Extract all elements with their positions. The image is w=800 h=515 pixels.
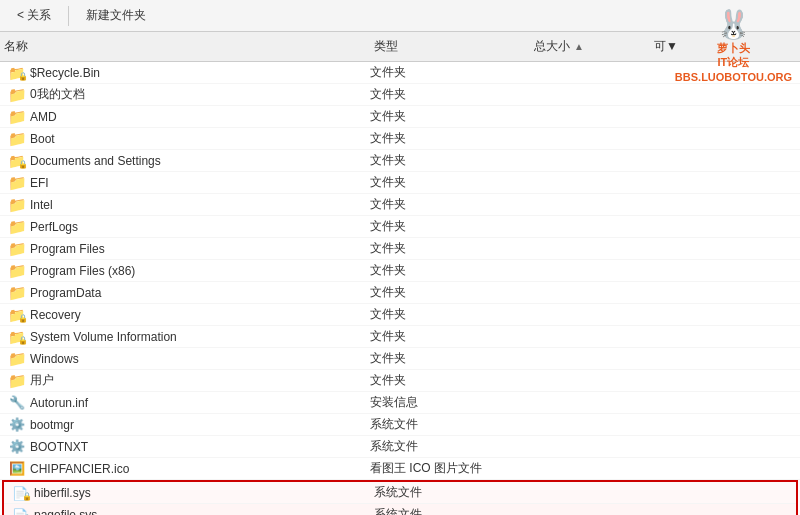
table-row[interactable]: 📁 PerfLogs 文件夹 <box>0 216 800 238</box>
table-row[interactable]: 📁🔒 Documents and Settings 文件夹 <box>0 150 800 172</box>
file-name-cell: 📁🔒 System Volume Information <box>0 329 370 345</box>
back-label: < 关系 <box>17 7 51 24</box>
file-sys-icon: ⚙️ <box>9 439 25 454</box>
file-name-text: CHIPFANCIER.ico <box>30 462 129 476</box>
file-name-text: Program Files (x86) <box>30 264 135 278</box>
file-name-text: hiberfil.sys <box>34 486 91 500</box>
file-type-cell: 文件夹 <box>370 86 530 103</box>
file-name-text: bootmgr <box>30 418 74 432</box>
table-row[interactable]: 📄🔒 pagefile.sys 系统文件 <box>4 504 796 515</box>
table-row[interactable]: 📁 用户 文件夹 <box>0 370 800 392</box>
file-ico-icon: 🖼️ <box>9 461 25 476</box>
file-name-text: Windows <box>30 352 79 366</box>
file-name-cell: 📄🔒 pagefile.sys <box>4 507 374 516</box>
folder-icon: 📁 <box>8 241 27 257</box>
folder-icon: 📁 <box>8 219 27 235</box>
file-name-cell: 📁🔒 $Recycle.Bin <box>0 65 370 81</box>
file-name-text: pagefile.sys <box>34 508 97 516</box>
file-lock-icon: 📄🔒 <box>12 507 30 516</box>
file-type-cell: 文件夹 <box>370 306 530 323</box>
highlighted-file-group: 📄🔒 hiberfil.sys 系统文件 📄🔒 pagefile.sys 系统文… <box>2 480 798 515</box>
file-name-text: Recovery <box>30 308 81 322</box>
table-row[interactable]: 📁 Program Files 文件夹 <box>0 238 800 260</box>
file-type-cell: 文件夹 <box>370 262 530 279</box>
back-button[interactable]: < 关系 <box>8 3 60 28</box>
folder-icon: 📁 <box>8 197 27 213</box>
watermark-icon: 🐰 <box>675 8 792 41</box>
folder-icon: 📁 <box>8 109 27 125</box>
table-row[interactable]: 📁 Intel 文件夹 <box>0 194 800 216</box>
file-type-cell: 文件夹 <box>370 350 530 367</box>
file-name-text: Documents and Settings <box>30 154 161 168</box>
file-name-cell: 📁 ProgramData <box>0 285 370 301</box>
table-row[interactable]: ⚙️ BOOTNXT 系统文件 <box>0 436 800 458</box>
file-name-text: System Volume Information <box>30 330 177 344</box>
folder-icon: 📁 <box>8 131 27 147</box>
file-sys-icon: ⚙️ <box>9 417 25 432</box>
file-type-cell: 系统文件 <box>370 416 530 433</box>
file-name-cell: ⚙️ BOOTNXT <box>0 439 370 455</box>
file-type-cell: 文件夹 <box>370 64 530 81</box>
file-type-cell: 文件夹 <box>370 328 530 345</box>
file-name-text: 用户 <box>30 372 54 389</box>
col-header-size[interactable]: 总大小 ▲ <box>530 36 650 57</box>
file-name-cell: 📁 0我的文档 <box>0 86 370 103</box>
file-type-cell: 文件夹 <box>370 218 530 235</box>
folder-lock-icon: 📁🔒 <box>8 153 26 169</box>
col-header-type[interactable]: 类型 <box>370 36 530 57</box>
new-folder-label: 新建文件夹 <box>86 7 146 24</box>
file-name-cell: 📁 Program Files <box>0 241 370 257</box>
file-type-cell: 文件夹 <box>370 240 530 257</box>
file-name-cell: 📁 Program Files (x86) <box>0 263 370 279</box>
file-inf-icon: 🔧 <box>9 395 25 410</box>
sort-arrow-icon: ▲ <box>574 41 584 52</box>
file-name-text: 0我的文档 <box>30 86 85 103</box>
table-row[interactable]: 🖼️ CHIPFANCIER.ico 看图王 ICO 图片文件 <box>0 458 800 480</box>
table-row[interactable]: 📁 ProgramData 文件夹 <box>0 282 800 304</box>
file-name-text: AMD <box>30 110 57 124</box>
table-row[interactable]: 📁 Boot 文件夹 <box>0 128 800 150</box>
file-name-text: $Recycle.Bin <box>30 66 100 80</box>
table-row[interactable]: 📁 EFI 文件夹 <box>0 172 800 194</box>
file-type-cell: 安装信息 <box>370 394 530 411</box>
table-row[interactable]: 🔧 Autorun.inf 安装信息 <box>0 392 800 414</box>
table-row[interactable]: 📁 AMD 文件夹 <box>0 106 800 128</box>
file-name-text: PerfLogs <box>30 220 78 234</box>
new-folder-button[interactable]: 新建文件夹 <box>77 3 155 28</box>
file-name-cell: 🔧 Autorun.inf <box>0 395 370 411</box>
folder-icon: 📁 <box>8 263 27 279</box>
file-name-cell: 📁🔒 Documents and Settings <box>0 153 370 169</box>
file-name-cell: 📁 用户 <box>0 372 370 389</box>
file-type-cell: 文件夹 <box>370 152 530 169</box>
file-name-text: BOOTNXT <box>30 440 88 454</box>
file-type-cell: 文件夹 <box>370 174 530 191</box>
file-list-container: 名称 类型 总大小 ▲ 可▼ 📁🔒 $Recycle.Bin 文件夹 📁 0我的… <box>0 32 800 515</box>
file-type-cell: 文件夹 <box>370 130 530 147</box>
file-name-text: Autorun.inf <box>30 396 88 410</box>
folder-icon: 📁 <box>8 86 27 103</box>
folder-icon: 📁 <box>8 372 27 389</box>
table-row[interactable]: 📁🔒 System Volume Information 文件夹 <box>0 326 800 348</box>
file-name-cell: 📁 Boot <box>0 131 370 147</box>
file-type-cell: 文件夹 <box>370 284 530 301</box>
table-row[interactable]: 📄🔒 hiberfil.sys 系统文件 <box>4 482 796 504</box>
table-row[interactable]: 📁🔒 Recovery 文件夹 <box>0 304 800 326</box>
folder-icon: 📁 <box>8 285 27 301</box>
watermark: 🐰 萝卜头 IT论坛 BBS.LUOBOTOU.ORG <box>675 8 792 84</box>
file-type-cell: 系统文件 <box>374 484 534 501</box>
file-rows-container: 📁🔒 $Recycle.Bin 文件夹 📁 0我的文档 文件夹 📁 AMD 文件… <box>0 62 800 515</box>
table-row[interactable]: 📁 0我的文档 文件夹 <box>0 84 800 106</box>
folder-icon: 📁 <box>8 175 27 191</box>
file-name-cell: 📁 AMD <box>0 109 370 125</box>
file-type-cell: 文件夹 <box>370 108 530 125</box>
file-name-cell: 🖼️ CHIPFANCIER.ico <box>0 461 370 477</box>
table-row[interactable]: 📁 Program Files (x86) 文件夹 <box>0 260 800 282</box>
file-name-text: EFI <box>30 176 49 190</box>
file-name-cell: ⚙️ bootmgr <box>0 417 370 433</box>
folder-icon: 📁 <box>8 351 27 367</box>
folder-lock-icon: 📁🔒 <box>8 307 26 323</box>
table-row[interactable]: ⚙️ bootmgr 系统文件 <box>0 414 800 436</box>
file-type-cell: 系统文件 <box>370 438 530 455</box>
table-row[interactable]: 📁 Windows 文件夹 <box>0 348 800 370</box>
col-header-name[interactable]: 名称 <box>0 36 370 57</box>
